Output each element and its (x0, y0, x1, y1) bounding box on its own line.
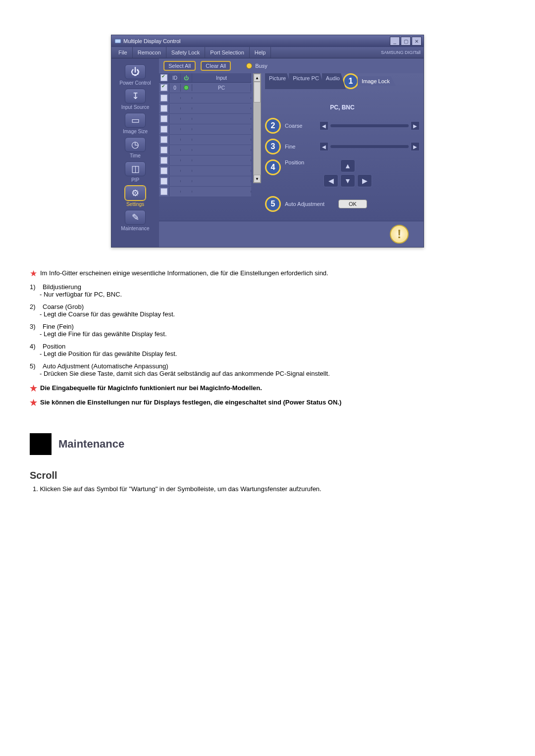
coarse-label: Coarse (285, 123, 316, 129)
doc-intro: Im Info-Gitter erscheinen einige wesentl… (40, 269, 328, 277)
fine-slider[interactable]: ◀ ▶ (320, 142, 420, 151)
table-row[interactable] (159, 124, 251, 135)
auto-adjust-label: Auto Adjustment (285, 201, 334, 207)
row-checkbox[interactable] (159, 83, 169, 92)
callout-2: 2 (265, 118, 281, 134)
settings-panel: Picture Picture PC Audio 1 Image Lock PC… (261, 73, 424, 221)
sidebar-label-time: Time (115, 153, 155, 158)
callout-1: 1 (343, 73, 359, 89)
tab-picture-pc[interactable]: Picture PC (289, 73, 325, 89)
sidebar-item-pip[interactable]: ◫ PIP (115, 159, 155, 183)
menu-port-selection[interactable]: Port Selection (205, 47, 249, 58)
position-down-button[interactable]: ▼ (340, 174, 355, 187)
input-icon: ↧ (125, 89, 146, 103)
menu-safety-lock[interactable]: Safety Lock (166, 47, 205, 58)
table-row[interactable] (159, 166, 251, 176)
arrow-right-icon[interactable]: ▶ (411, 121, 420, 130)
doc-item-3-title: Fine (Fein) (43, 323, 74, 330)
menu-help[interactable]: Help (250, 47, 271, 58)
table-row[interactable]: 0 PC (159, 83, 251, 93)
toolbar: Select All Clear All Busy (159, 58, 424, 73)
callout-5: 5 (265, 196, 281, 212)
doc-num-2: 2) (30, 303, 43, 310)
arrow-left-icon[interactable]: ◀ (320, 142, 328, 151)
arrow-left-icon[interactable]: ◀ (320, 121, 328, 130)
brand-label: SAMSUNG DIGITall (378, 47, 424, 58)
position-up-button[interactable]: ▲ (340, 159, 355, 172)
select-all-button[interactable]: Select All (164, 61, 195, 70)
sidebar-label-input: Input Source (115, 104, 155, 110)
sidebar: ⏻ Power Control ↧ Input Source ▭ Image S… (111, 58, 159, 247)
busy-indicator-icon (246, 63, 252, 69)
busy-label: Busy (255, 63, 267, 69)
minimize-button[interactable]: _ (390, 37, 400, 46)
menu-remocon[interactable]: Remocon (133, 47, 166, 58)
doc-num-3: 3) (30, 323, 43, 330)
scroll-thumb[interactable] (254, 82, 261, 102)
close-button[interactable]: ✕ (412, 37, 422, 46)
table-row[interactable] (159, 145, 251, 155)
table-row[interactable] (159, 135, 251, 145)
ok-button[interactable]: OK (338, 200, 367, 208)
callout-4: 4 (265, 159, 281, 175)
display-grid: ID ⏻ Input 0 PC (159, 73, 253, 221)
scroll-up-icon[interactable]: ▲ (254, 74, 261, 82)
table-row[interactable] (159, 93, 251, 103)
clear-all-button[interactable]: Clear All (201, 61, 230, 70)
sidebar-item-power[interactable]: ⏻ Power Control (115, 62, 155, 86)
sidebar-item-time[interactable]: ◷ Time (115, 135, 155, 158)
time-icon: ◷ (125, 137, 146, 152)
doc-note-power: Sie können die Einstellungen nur für Dis… (40, 399, 341, 406)
position-pad: ▲ ◀ ▼ ▶ (323, 159, 372, 187)
menubar: File Remocon Safety Lock Port Selection … (111, 47, 424, 58)
table-row[interactable] (159, 176, 251, 187)
callout-3: 3 (265, 139, 281, 154)
table-row[interactable] (159, 155, 251, 166)
svg-rect-0 (115, 39, 121, 43)
arrow-right-icon[interactable]: ▶ (411, 142, 420, 151)
position-right-button[interactable]: ▶ (357, 174, 372, 187)
section-heading-maintenance: Maintenance (58, 438, 124, 451)
table-row[interactable] (159, 187, 251, 197)
doc-num-1: 1) (30, 283, 43, 291)
doc-item-5-title: Auto Adjustment (Automatische Anpassung) (43, 362, 168, 370)
scroll-down-icon[interactable]: ▼ (254, 175, 261, 183)
sidebar-item-settings[interactable]: ⚙ Settings (115, 184, 155, 207)
doc-item-4-title: Position (43, 343, 65, 350)
tab-picture[interactable]: Picture (265, 73, 292, 89)
tab-audio[interactable]: Audio (322, 73, 346, 89)
sidebar-label-image: Image Size (115, 129, 155, 134)
sidebar-item-image-size[interactable]: ▭ Image Size (115, 111, 155, 134)
maximize-button[interactable]: ▢ (401, 37, 411, 46)
image-size-icon: ▭ (125, 113, 146, 128)
doc-num-4: 4) (30, 343, 43, 350)
doc-body: ★Im Info-Gitter erscheinen einige wesent… (30, 267, 505, 494)
doc-item-2-title: Coarse (Grob) (43, 303, 84, 310)
sidebar-label-maintenance: Maintenance (115, 226, 155, 231)
grid-scrollbar[interactable]: ▲ ▼ (253, 73, 261, 183)
settings-tabs: Picture Picture PC Audio 1 Image Lock (265, 73, 420, 89)
tab-image-lock[interactable]: Image Lock (358, 76, 396, 86)
doc-item-1-detail: - Nur verfügbar für PC, BNC. (40, 291, 505, 298)
window-title: Multiple Display Control (123, 38, 181, 44)
grid-header-check-icon[interactable] (159, 73, 169, 82)
doc-item-3-detail: - Legt die Fine für das gewählte Display… (40, 330, 505, 338)
coarse-slider[interactable]: ◀ ▶ (320, 121, 420, 130)
position-left-button[interactable]: ◀ (323, 174, 338, 187)
sidebar-item-input[interactable]: ↧ Input Source (115, 87, 155, 110)
row-input: PC (192, 84, 251, 92)
doc-scroll-1: 1. Klicken Sie auf das Symbol für "Wartu… (33, 484, 505, 494)
table-row[interactable] (159, 114, 251, 124)
panel-subtitle: PC, BNC (265, 104, 420, 111)
table-row[interactable] (159, 103, 251, 114)
position-label: Position (285, 159, 316, 165)
section-icon (30, 433, 52, 455)
doc-num-5: 5) (30, 362, 43, 370)
menu-file[interactable]: File (113, 47, 133, 58)
app-icon (114, 38, 121, 45)
sidebar-item-maintenance[interactable]: ✎ Maintenance (115, 208, 155, 231)
titlebar[interactable]: Multiple Display Control _ ▢ ✕ (111, 35, 424, 47)
doc-note-magic: Die Eingabequelle für MagicInfo funktion… (40, 384, 262, 392)
sidebar-label-power: Power Control (115, 80, 155, 86)
grid-header-id: ID (169, 73, 181, 82)
